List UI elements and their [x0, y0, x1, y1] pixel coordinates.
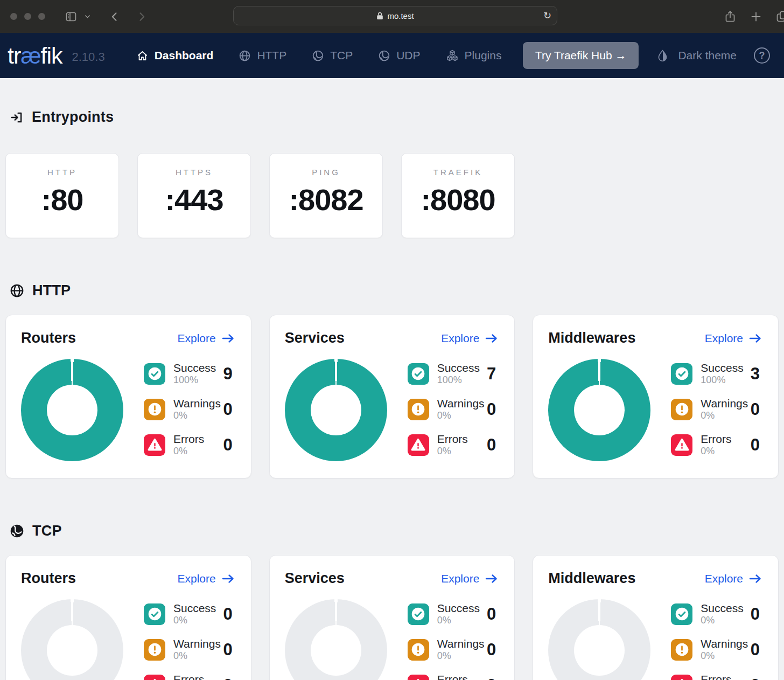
- nav-item-http[interactable]: HTTP: [239, 49, 286, 62]
- dark-theme-label: Dark theme: [678, 49, 737, 62]
- warning-icon: [671, 399, 692, 420]
- new-tab-icon[interactable]: [750, 10, 762, 23]
- success-stat-row: Success 0% 0: [144, 599, 235, 629]
- cubes-icon: [446, 49, 459, 62]
- login-icon: [10, 110, 24, 124]
- http-section-title: HTTP: [32, 282, 71, 299]
- forward-button[interactable]: [136, 10, 147, 23]
- tcp-middlewares-card: Middlewares Explore: [533, 555, 779, 680]
- warning-icon: [408, 639, 429, 661]
- warnings-stat-row: Warnings 0% 0: [408, 394, 499, 424]
- chevron-down-icon[interactable]: [84, 13, 91, 20]
- tabs-overview-icon[interactable]: [775, 10, 784, 23]
- error-triangle-icon: [408, 434, 429, 456]
- card-title: Routers: [21, 570, 76, 587]
- dashboard-content: Entrypoints HTTP :80 HTTPS :443 PING :80…: [0, 109, 784, 680]
- window-controls[interactable]: [10, 13, 45, 20]
- close-window-button[interactable]: [10, 13, 17, 20]
- errors-stat-row: Errors 0% 0: [671, 670, 762, 680]
- warnings-stat-row: Warnings 0% 0: [671, 394, 762, 424]
- entrypoint-label: TRAEFIK: [402, 168, 514, 177]
- proxy-ball-icon: [312, 50, 324, 62]
- nav-menu: Dashboard HTTP TCP: [136, 49, 502, 62]
- card-title: Middlewares: [548, 570, 635, 587]
- entrypoints-row: HTTP :80 HTTPS :443 PING :8082 TRAEFIK :…: [5, 153, 779, 238]
- success-stat-row: Success 100% 9: [144, 359, 235, 388]
- proxy-ball-icon: [378, 50, 390, 62]
- nav-item-plugins[interactable]: Plugins: [446, 49, 502, 62]
- status-donut-chart: [548, 599, 650, 680]
- nav-item-tcp[interactable]: TCP: [312, 49, 353, 62]
- proxy-ball-icon: [10, 524, 24, 538]
- warnings-count: 0: [751, 640, 762, 660]
- explore-link[interactable]: Explore: [177, 572, 234, 585]
- tcp-section-header: TCP: [10, 523, 779, 539]
- error-triangle-icon: [408, 675, 429, 680]
- entrypoint-card-traefik: TRAEFIK :8080: [401, 153, 515, 238]
- warning-icon: [144, 399, 165, 420]
- card-title: Middlewares: [548, 330, 635, 346]
- explore-link[interactable]: Explore: [705, 332, 762, 345]
- refresh-icon[interactable]: ↻: [543, 11, 551, 20]
- zoom-window-button[interactable]: [38, 13, 45, 20]
- success-check-icon: [408, 603, 429, 625]
- status-donut-chart: [21, 359, 123, 461]
- arrow-right-icon: [485, 334, 498, 343]
- status-donut-chart: [548, 359, 650, 461]
- explore-link[interactable]: Explore: [705, 572, 762, 585]
- error-triangle-icon: [671, 434, 692, 456]
- card-title: Services: [285, 330, 345, 346]
- nav-item-dashboard[interactable]: Dashboard: [136, 49, 214, 62]
- success-count: 3: [751, 364, 762, 384]
- entrypoint-label: PING: [270, 168, 382, 177]
- errors-count: 0: [223, 676, 234, 680]
- success-count: 0: [751, 605, 762, 624]
- arrow-right-icon: [222, 334, 235, 343]
- errors-stat-row: Errors 0% 0: [144, 670, 235, 680]
- browser-chrome: mo.test ↻: [0, 0, 784, 33]
- help-icon[interactable]: ?: [754, 47, 770, 64]
- home-icon: [136, 50, 149, 62]
- explore-link[interactable]: Explore: [441, 332, 498, 345]
- errors-stat-row: Errors 0% 0: [671, 430, 762, 460]
- card-title: Routers: [21, 330, 76, 346]
- dark-theme-toggle[interactable]: Dark theme: [656, 49, 737, 63]
- explore-link[interactable]: Explore: [177, 332, 234, 345]
- address-bar[interactable]: mo.test ↻: [233, 6, 557, 25]
- errors-count: 0: [223, 435, 234, 455]
- warning-icon: [408, 399, 429, 420]
- error-triangle-icon: [144, 434, 165, 456]
- version-label: 2.10.3: [72, 50, 105, 64]
- nav-item-udp[interactable]: UDP: [378, 49, 420, 62]
- try-traefik-hub-button[interactable]: Try Traefik Hub →: [523, 42, 639, 69]
- entrypoint-card-http: HTTP :80: [5, 153, 119, 238]
- warnings-stat-row: Warnings 0% 0: [144, 635, 235, 664]
- explore-link[interactable]: Explore: [441, 572, 498, 585]
- status-donut-chart: [285, 359, 387, 461]
- warning-icon: [671, 639, 692, 661]
- entrypoint-port: :8080: [402, 182, 514, 217]
- tcp-cards-row: Routers Explore: [5, 555, 779, 680]
- entrypoint-port: :80: [6, 182, 118, 217]
- errors-stat-row: Errors 0% 0: [144, 430, 235, 460]
- warnings-count: 0: [223, 640, 234, 660]
- status-donut-chart: [21, 599, 123, 680]
- http-section-header: HTTP: [10, 282, 779, 299]
- minimize-window-button[interactable]: [24, 13, 31, 20]
- http-cards-row: Routers Explore: [5, 315, 779, 478]
- warning-icon: [144, 639, 165, 661]
- tcp-routers-card: Routers Explore: [5, 555, 251, 680]
- app-navbar: træfik 2.10.3 Dashboard HTTP: [0, 33, 784, 78]
- entrypoints-title: Entrypoints: [32, 109, 114, 126]
- traefik-logo[interactable]: træfik: [8, 43, 62, 69]
- back-button[interactable]: [109, 10, 120, 23]
- entrypoint-card-https: HTTPS :443: [137, 153, 251, 238]
- arrow-right-icon: [485, 574, 498, 584]
- sidebar-toggle-icon[interactable]: [65, 10, 78, 23]
- share-icon[interactable]: [724, 10, 737, 24]
- entrypoint-label: HTTPS: [138, 168, 250, 177]
- errors-count: 0: [751, 435, 762, 455]
- errors-stat-row: Errors 0% 0: [408, 430, 499, 460]
- droplet-icon: [656, 49, 669, 63]
- success-stat-row: Success 0% 0: [671, 599, 762, 629]
